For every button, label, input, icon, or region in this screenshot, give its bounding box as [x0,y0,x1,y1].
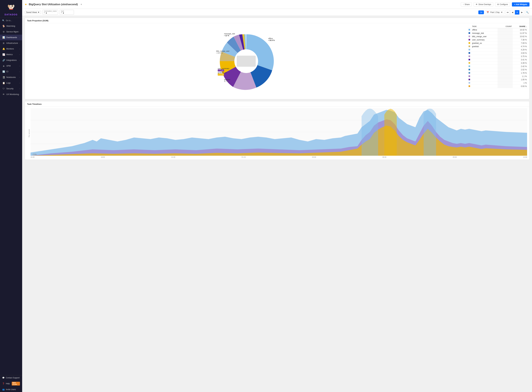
goto-search[interactable]: 🔍 Go to... [0,18,22,23]
legend-count-header[interactable]: COUNT [498,25,513,28]
sidebar-item-integrations[interactable]: 🔗 Integrations › [0,57,22,63]
legend-row[interactable]: 2.42 % [468,65,528,68]
zoom-out-button[interactable]: 🔍 [525,10,529,14]
pie-label-message-stat: message_stat• 12 % [224,33,235,37]
title-dropdown-icon[interactable]: ▼ [80,3,82,5]
ux-monitoring-icon: 👁 [2,93,5,96]
sidebar-item-metrics[interactable]: 📈 Metrics › [0,52,22,57]
legend-row[interactable]: 1.05 % [468,78,528,81]
filter1-chevron-icon: ▼ [45,12,47,14]
sidebar-item-infrastructure[interactable]: 🖥 Infrastructure › [0,40,22,46]
chevron-right-icon: › [19,71,20,73]
invite-users-item[interactable]: 👥 Invite Users [0,387,22,392]
invite-users-icon: 👥 [2,388,5,391]
time-range-chevron-icon: ▼ [501,11,503,14]
pie-chart-area: message_stat• 12 % offline• 16.9 % blitz… [26,25,466,98]
time-1d-button[interactable]: 1d [478,10,484,14]
legend-row[interactable]: 4.29 % [468,48,528,51]
help-new-badge: NEW STUFF [12,382,20,386]
sidebar-item-notebooks[interactable]: 📓 Notebooks › [0,75,22,80]
contact-support-item[interactable]: 💬 Contact Support [0,375,22,380]
chevron-right-icon: › [19,37,20,38]
topbar: ★ BigQuery Slot Utilization (slot/second… [22,0,532,9]
legend-row[interactable]: 3.75 % [468,55,528,58]
page-title: BigQuery Slot Utilization (slot/second) [29,3,78,6]
ci-icon: 🔄 [2,70,5,73]
chevron-right-icon: › [19,88,20,90]
legend-row[interactable]: 2.02 % [468,68,528,71]
sidebar-item-apm[interactable]: ◈ APM › [0,63,22,69]
legend-row[interactable]: user_summary 7.38 % [468,38,528,42]
chevron-right-icon: › [19,93,20,95]
svg-point-9 [11,7,12,8]
pie-label-offline: offline• 16.9 % [268,37,275,41]
sidebar-item-security[interactable]: 🛡 Security › [0,86,22,92]
time-range-display[interactable]: 📅 Past 1 Day ▼ [485,10,504,14]
help-item[interactable]: ❓ Help NEW STUFF [0,380,22,387]
legend-share-header[interactable]: SHARE ↓ [513,25,528,28]
sidebar-item-dashboards[interactable]: 📊 Dashboards › [0,35,22,40]
time-back-button[interactable]: ◀ [510,10,515,14]
legend-row[interactable]: blitz_merge_user 10.62 % [468,35,528,38]
security-icon: 🛡 [2,87,5,90]
chevron-right-icon: › [19,82,20,84]
chevron-right-icon: › [19,31,20,33]
sidebar-item-service-mgmt[interactable]: ⚙ Service Mgmt › [0,29,22,35]
filter2-chevron-icon: ▼ [62,12,64,14]
show-overlays-button[interactable]: 👁 Show Overlays [474,2,493,6]
time-rewind-button[interactable]: ⏮ [505,10,510,14]
pie-label-user-summary: user_summary• 7.4 % [218,67,229,71]
reservation-name-filter[interactable]: reservation_name * ▼ [43,10,58,15]
datadog-logo-icon [6,3,16,13]
sidebar-item-ux-monitoring[interactable]: 👁 UX Monitoring › [0,92,22,97]
apm-icon: ◈ [2,65,5,67]
sort-down-icon: ↓ [526,25,527,27]
legend-row[interactable]: offline 16.92 % [468,28,528,32]
time-pause-button[interactable]: ⏸ [515,10,519,14]
chevron-right-icon: › [19,76,20,78]
time-forward-button[interactable]: ▶ [520,10,524,14]
sidebar-item-monitors[interactable]: 🔔 Monitors › [0,46,22,52]
legend-row[interactable]: message_stat 11.97 % [468,32,528,35]
legend-row[interactable]: 3.41 % [468,58,528,61]
filterbar: Saved Views ▼ reservation_name * ▼ task … [22,9,532,16]
pie-label-goalstat-uu: goalstat_uu• 7.1 % [218,72,227,75]
svg-point-7 [10,6,11,7]
notebooks-icon: 📓 [2,76,5,79]
overlays-icon: 👁 [476,3,478,5]
timeline-body: Per second [25,107,529,160]
legend-row[interactable]: goalstat_uu 7.09 % [468,42,528,45]
chevron-right-icon: › [19,42,20,44]
calendar-icon: 📅 [487,11,489,14]
watchdog-icon: 🐕 [2,25,5,28]
integrations-icon: 🔗 [2,59,5,62]
chevron-right-icon: › [19,48,20,50]
timeline-chart-area: 0k [31,108,527,156]
legend-task-header[interactable]: TASK [471,25,498,28]
add-widgets-button[interactable]: + Add Widgets [512,2,529,6]
favorite-star-icon[interactable]: ★ [25,3,27,6]
sidebar-item-ci[interactable]: 🔄 CI › [0,69,22,75]
share-button[interactable]: ↑ Share [461,2,472,6]
main-content: ★ BigQuery Slot Utilization (slot/second… [22,0,532,392]
legend-row[interactable]: 3.39 % [468,61,528,65]
saved-views-dropdown[interactable]: Saved Views ▼ [25,11,41,14]
legend-row[interactable]: 0.93 % [468,85,528,88]
pie-chart-body: message_stat• 12 % offline• 16.9 % blitz… [25,23,529,99]
x-axis-labels: 15:00 18:00 21:00 Fri 24 03:00 06:00 09:… [31,156,527,158]
legend-row[interactable]: 1 % [468,81,528,85]
sidebar-bottom: 💬 Contact Support ❓ Help NEW STUFF 👥 Inv… [0,375,22,392]
legend-row[interactable]: 1.78 % [468,71,528,75]
pie-chart-title: Task Propotion (SUM) [25,18,529,23]
legend-row[interactable]: 3.93 % [468,51,528,55]
y-axis-label: Per second [28,129,30,137]
legend-row[interactable]: 1.1 % [468,75,528,78]
task-filter[interactable]: task * ▼ [60,10,74,15]
sidebar-item-watchdog[interactable]: 🐕 Watchdog [0,23,22,29]
legend-table: TASK COUNT SHARE ↓ offline 16.92 [468,25,528,88]
sidebar-item-logs[interactable]: 📋 Logs › [0,80,22,86]
configure-button[interactable]: ⚙ Configure [495,2,510,6]
pie-label-goalstat: goalstat4.7 % [224,79,230,82]
legend-row[interactable]: goalstat 4.74 % [468,45,528,48]
dashboards-icon: 📊 [2,36,5,39]
